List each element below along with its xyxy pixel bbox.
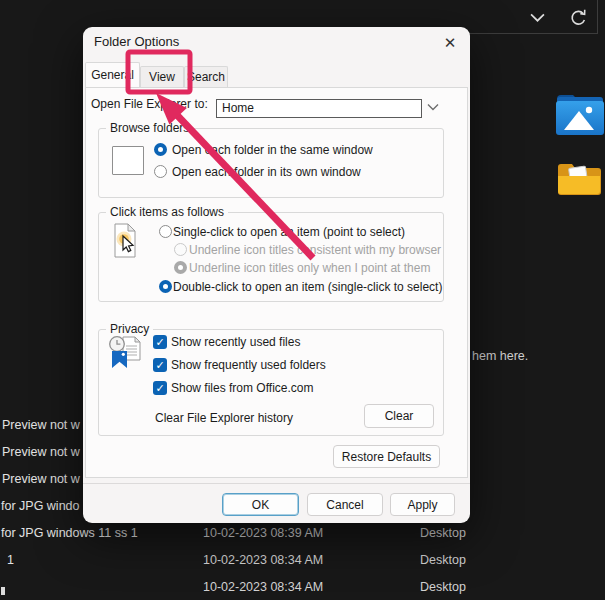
radio-single-click[interactable] xyxy=(159,225,172,238)
toolbar-divider-vertical xyxy=(597,0,598,34)
checkbox-frequent-folders[interactable]: ✓ xyxy=(153,358,167,372)
radio-label[interactable]: Single-click to open an item (point to s… xyxy=(173,225,405,239)
folder-options-dialog: Folder Options ✕ General View Search Ope… xyxy=(83,27,470,523)
refresh-icon[interactable] xyxy=(569,9,588,28)
privacy-group: Privacy ✓ Show recently used files ✓ Sho… xyxy=(98,329,444,436)
file-name: 1 xyxy=(7,553,14,567)
checkbox-label[interactable]: Show recently used files xyxy=(171,335,300,349)
tab-view[interactable]: View xyxy=(140,66,184,87)
radio-underline-point xyxy=(174,261,187,274)
browse-folders-group: Browse folders Open each folder in the s… xyxy=(98,128,444,198)
documents-folder-icon[interactable] xyxy=(557,162,601,197)
group-title-privacy: Privacy xyxy=(106,322,153,336)
tab-general[interactable]: General xyxy=(85,62,140,87)
close-icon[interactable]: ✕ xyxy=(439,32,461,54)
file-date: 10-02-2023 08:34 AM xyxy=(203,580,323,594)
radio-open-same-window[interactable] xyxy=(154,143,167,156)
file-location: Desktop xyxy=(420,553,466,567)
click-items-group: Click items as follows Single-click to o… xyxy=(98,212,444,302)
checkbox-recent-files[interactable]: ✓ xyxy=(153,335,167,349)
chevron-down-icon[interactable] xyxy=(530,13,545,22)
file-location: Desktop xyxy=(420,526,466,540)
checkbox-label[interactable]: Show frequently used folders xyxy=(171,358,326,372)
footer-divider xyxy=(83,483,470,484)
clear-history-label: Clear File Explorer history xyxy=(155,411,293,425)
radio-label[interactable]: Open each folder in its own window xyxy=(172,165,361,179)
checkbox-office-files[interactable]: ✓ xyxy=(153,381,167,395)
file-name: Preview not w xyxy=(2,445,80,459)
file-date: 10-02-2023 08:39 AM xyxy=(203,526,323,540)
group-title-click: Click items as follows xyxy=(106,205,228,219)
file-location: Desktop xyxy=(420,580,466,594)
privacy-recent-files-icon xyxy=(108,335,146,373)
clear-button[interactable]: Clear xyxy=(364,404,434,428)
file-date: 10-02-2023 08:34 AM xyxy=(203,553,323,567)
apply-button[interactable]: Apply xyxy=(390,493,455,516)
radio-double-click[interactable] xyxy=(159,280,172,293)
open-to-combobox[interactable]: Home xyxy=(216,99,422,118)
toolbar-divider xyxy=(468,33,597,34)
ok-button[interactable]: OK xyxy=(222,493,299,516)
clipped-text-fragment xyxy=(1,587,5,595)
group-title-browse: Browse folders xyxy=(106,121,193,135)
open-to-label: Open File Explorer to: xyxy=(91,97,208,111)
radio-label[interactable]: Double-click to open an item (single-cli… xyxy=(173,280,442,294)
file-row[interactable]: 1 10-02-2023 08:34 AM Desktop xyxy=(0,553,605,570)
drop-hint-text: hem here. xyxy=(472,349,528,363)
radio-label-disabled: Underline icon titles only when I point … xyxy=(189,261,430,275)
cancel-button[interactable]: Cancel xyxy=(307,493,383,516)
radio-open-own-window[interactable] xyxy=(154,165,167,178)
dialog-title: Folder Options xyxy=(94,34,179,49)
general-tab-page: Open File Explorer to: Home Browse folde… xyxy=(85,87,468,478)
file-name: Preview not w xyxy=(2,418,80,432)
pictures-folder-icon[interactable] xyxy=(555,91,605,136)
file-row[interactable]: 10-02-2023 08:34 AM Desktop xyxy=(0,580,605,597)
file-name: Preview not w xyxy=(2,472,80,486)
radio-label[interactable]: Open each folder in the same window xyxy=(172,143,373,157)
tab-search[interactable]: Search xyxy=(184,66,228,87)
radio-label-disabled: Underline icon titles consistent with my… xyxy=(189,243,441,257)
checkbox-label[interactable]: Show files from Office.com xyxy=(171,381,314,395)
file-name: for JPG windo xyxy=(1,499,80,513)
radio-underline-browser xyxy=(174,243,187,256)
folder-window-icon xyxy=(112,146,144,175)
click-document-cursor-icon xyxy=(113,223,141,261)
restore-defaults-button[interactable]: Restore Defaults xyxy=(333,445,440,468)
combobox-chevron-icon[interactable] xyxy=(427,103,439,111)
file-name: for JPG windows 11 ss 1 xyxy=(1,526,138,540)
file-row[interactable]: for JPG windows 11 ss 1 10-02-2023 08:39… xyxy=(0,526,605,543)
